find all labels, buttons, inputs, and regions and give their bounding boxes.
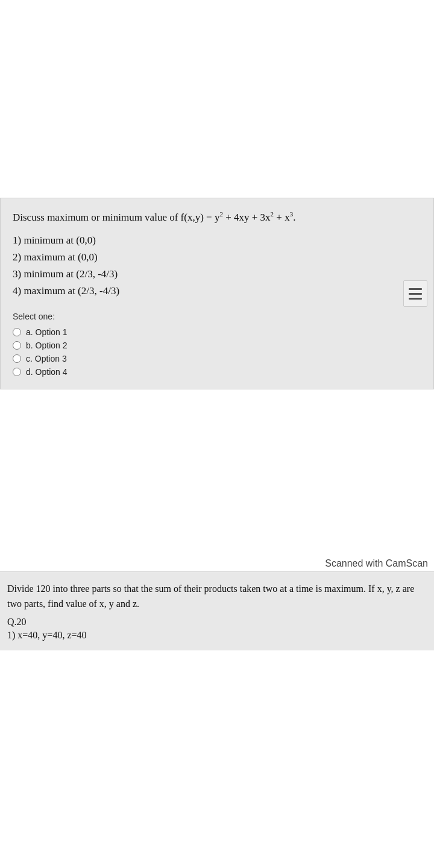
- option-4: 4) maximum at (2/3, -4/3): [13, 283, 421, 300]
- radio-label-b: b. Option 2: [26, 341, 68, 350]
- radio-option-a[interactable]: a. Option 1: [13, 327, 421, 337]
- select-one-label: Select one:: [13, 312, 421, 321]
- bottom-section: Divide 120 into three parts so that the …: [0, 571, 434, 650]
- menu-line-1: [409, 288, 422, 290]
- radio-label-c: c. Option 3: [26, 354, 67, 363]
- bottom-question-text: Divide 120 into three parts so that the …: [7, 582, 427, 612]
- menu-button[interactable]: [403, 280, 427, 307]
- top-spacer: [0, 0, 434, 198]
- middle-spacer: [0, 389, 434, 558]
- radio-label-d: d. Option 4: [26, 367, 68, 377]
- radio-label-a: a. Option 1: [26, 327, 68, 337]
- radio-option-b[interactable]: b. Option 2: [13, 341, 421, 350]
- option-1: 1) minimum at (0,0): [13, 232, 421, 249]
- bottom-q-label: Q.20: [7, 617, 427, 627]
- options-list: 1) minimum at (0,0) 2) maximum at (0,0) …: [13, 232, 421, 300]
- radio-input-b[interactable]: [13, 341, 21, 350]
- camscanner-watermark: Scanned with CamScan: [0, 558, 434, 571]
- radio-option-c[interactable]: c. Option 3: [13, 354, 421, 363]
- radio-options-group: a. Option 1 b. Option 2 c. Option 3 d. O…: [13, 327, 421, 377]
- bottom-answer-line: 1) x=40, y=40, z=40: [7, 630, 427, 641]
- option-3: 3) minimum at (2/3, -4/3): [13, 266, 421, 283]
- question-text: Discuss maximum or minimum value of f(x,…: [13, 209, 421, 225]
- menu-line-3: [409, 298, 422, 300]
- radio-input-d[interactable]: [13, 368, 21, 376]
- radio-input-a[interactable]: [13, 328, 21, 336]
- radio-option-d[interactable]: d. Option 4: [13, 367, 421, 377]
- radio-input-c[interactable]: [13, 354, 21, 363]
- menu-line-2: [409, 293, 422, 295]
- question-card: Discuss maximum or minimum value of f(x,…: [0, 198, 434, 389]
- bottom-spacer: [0, 650, 434, 807]
- option-2: 2) maximum at (0,0): [13, 249, 421, 266]
